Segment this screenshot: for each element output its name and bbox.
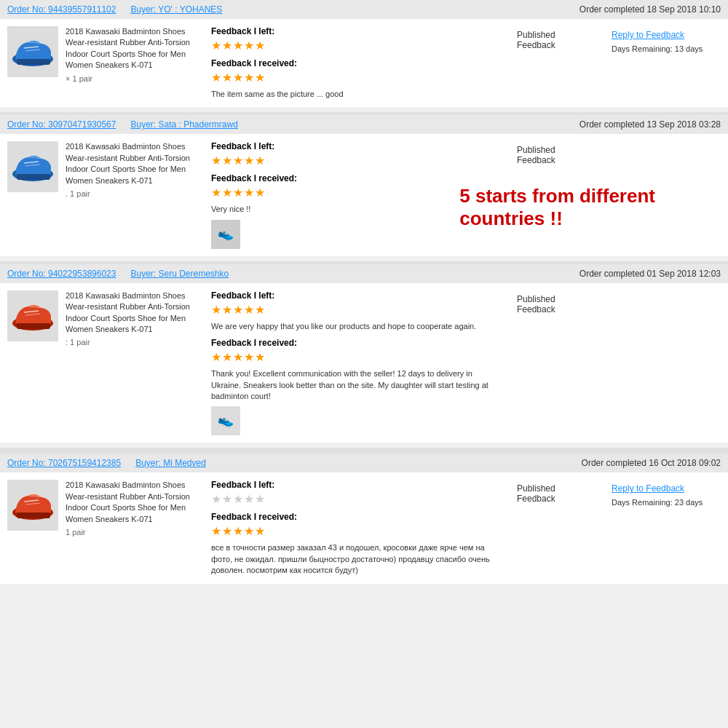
order-no-value[interactable]: 94439557911102 [48, 4, 116, 15]
svg-rect-7 [17, 323, 50, 329]
product-info-order1: 2018 Kawasaki Badminton Shoes Wear-resis… [66, 26, 197, 100]
action-section-order2 [612, 141, 721, 248]
order-completed-order3: Order completed 01 Sep 2018 12:03 [579, 269, 721, 279]
svg-rect-11 [17, 513, 50, 518]
status-section-order2: PublishedFeedback [517, 141, 604, 248]
review-image: 👟 [211, 406, 240, 435]
feedback-section-order1: Feedback I left: ★★★★★ Feedback I receiv… [204, 26, 510, 100]
reply-to-feedback-link[interactable]: Reply to Feedback [612, 30, 721, 40]
status-section-order4: PublishedFeedback [517, 480, 604, 576]
order-row-order3: 2018 Kawasaki Badminton Shoes Wear-resis… [0, 283, 728, 444]
order-number-order2: Order No: 30970471930567 [7, 119, 116, 130]
order-no-label: Order No: [7, 4, 48, 15]
stars-received: ★★★★★ [211, 71, 502, 84]
order-no-label: Order No: [7, 458, 48, 468]
review-image: 👟 [211, 220, 240, 249]
order-no-value[interactable]: 30970471930567 [48, 119, 116, 130]
order-number-order1: Order No: 94439557911102 [7, 4, 116, 15]
feedback-section-order3: Feedback I left: ★★★★★ We are very happy… [204, 290, 510, 436]
buyer-name[interactable]: Mi Medved [163, 458, 206, 468]
status-badge: PublishedFeedback [517, 294, 555, 314]
product-info-order4: 2018 Kawasaki Badminton Shoes Wear-resis… [66, 480, 197, 576]
feedback-received-text: Very nice !! [211, 204, 502, 215]
product-title: 2018 Kawasaki Badminton Shoes Wear-resis… [66, 141, 197, 186]
order-block-order1: Order No: 94439557911102 Buyer: YO' : YO… [0, 0, 728, 108]
buyer-name[interactable]: YO' : YOHANES [158, 4, 222, 15]
order-block-order4: Order No: 702675159412385 Buyer: Mi Medv… [0, 454, 728, 584]
days-remaining: Days Remaining: 13 days [612, 44, 721, 53]
feedback-received-label: Feedback I received: [211, 338, 502, 348]
status-badge: PublishedFeedback [517, 145, 555, 165]
order-row-order2: 2018 Kawasaki Badminton Shoes Wear-resis… [0, 134, 728, 256]
buyer-info-order3: Buyer: Seru Deremeshko [130, 269, 564, 279]
feedback-left-label: Feedback I left: [211, 480, 502, 490]
order-header-order2: Order No: 30970471930567 Buyer: Sata : P… [0, 115, 728, 134]
product-title: 2018 Kawasaki Badminton Shoes Wear-resis… [66, 480, 197, 525]
product-qty: . 1 pair [66, 189, 197, 198]
status-section-order1: PublishedFeedback [517, 26, 604, 100]
order-no-label: Order No: [7, 269, 48, 279]
product-title: 2018 Kawasaki Badminton Shoes Wear-resis… [66, 26, 197, 71]
feedback-left-label: Feedback I left: [211, 141, 502, 151]
order-header-order1: Order No: 94439557911102 Buyer: YO' : YO… [0, 0, 728, 19]
status-badge: PublishedFeedback [517, 483, 555, 504]
stars-received: ★★★★★ [211, 524, 502, 538]
feedback-section-order4: Feedback I left: ★★★★★ Feedback I receiv… [204, 480, 510, 576]
action-section-order4: Reply to Feedback Days Remaining: 23 day… [612, 480, 721, 576]
product-qty: : 1 pair [66, 338, 197, 347]
status-section-order3: PublishedFeedback [517, 290, 604, 436]
feedback-received-label: Feedback I received: [211, 512, 502, 522]
buyer-label: Buyer: [130, 119, 158, 130]
stars-left: ★★★★★ [211, 303, 502, 317]
order-row-order4: 2018 Kawasaki Badminton Shoes Wear-resis… [0, 472, 728, 584]
feedback-received-label: Feedback I received: [211, 58, 502, 68]
order-completed-order2: Order completed 13 Sep 2018 03:28 [579, 119, 721, 130]
feedback-received-text: Thank you! Excellent communication with … [211, 368, 502, 402]
order-header-order4: Order No: 702675159412385 Buyer: Mi Medv… [0, 454, 728, 472]
feedback-left-label: Feedback I left: [211, 290, 502, 301]
status-badge: PublishedFeedback [517, 30, 555, 50]
buyer-label: Buyer: [135, 458, 163, 468]
buyer-info-order4: Buyer: Mi Medved [135, 458, 566, 468]
product-info-order2: 2018 Kawasaki Badminton Shoes Wear-resis… [66, 141, 197, 248]
order-header-order3: Order No: 94022953896023 Buyer: Seru Der… [0, 264, 728, 283]
buyer-info-order2: Buyer: Sata : Phadermrawd [130, 119, 564, 130]
order-number-order4: Order No: 702675159412385 [7, 458, 121, 468]
reply-to-feedback-link[interactable]: Reply to Feedback [612, 483, 721, 494]
buyer-label: Buyer: [130, 269, 158, 279]
stars-received: ★★★★★ [211, 186, 502, 199]
product-image-order4 [7, 480, 58, 531]
svg-text:👟: 👟 [218, 226, 234, 242]
feedback-left-label: Feedback I left: [211, 26, 502, 36]
buyer-label: Buyer: [130, 4, 158, 15]
order-completed-order4: Order completed 16 Oct 2018 09:02 [582, 458, 721, 468]
days-remaining: Days Remaining: 23 days [612, 498, 721, 507]
action-section-order1: Reply to Feedback Days Remaining: 13 day… [612, 26, 721, 100]
stars-left: ★★★★★ [211, 154, 502, 167]
stars-left: ★★★★★ [211, 39, 502, 52]
stars-received: ★★★★★ [211, 350, 502, 364]
product-qty: × 1 pair [66, 74, 197, 83]
order-no-value[interactable]: 702675159412385 [48, 458, 121, 468]
feedback-section-order2: Feedback I left: ★★★★★ Feedback I receiv… [204, 141, 510, 248]
buyer-info-order1: Buyer: YO' : YOHANES [130, 4, 564, 15]
product-info-order3: 2018 Kawasaki Badminton Shoes Wear-resis… [66, 290, 197, 436]
order-number-order3: Order No: 94022953896023 [7, 269, 116, 279]
svg-rect-3 [17, 174, 50, 180]
feedback-left-text: We are very happy that you like our prod… [211, 321, 502, 332]
feedback-received-text: все в точности размер заказал 43 и подош… [211, 542, 502, 576]
order-block-order2: Order No: 30970471930567 Buyer: Sata : P… [0, 115, 728, 256]
product-image-order2 [7, 141, 58, 192]
buyer-name[interactable]: Sata : Phadermrawd [158, 119, 237, 130]
feedback-received-label: Feedback I received: [211, 173, 502, 183]
order-no-value[interactable]: 94022953896023 [48, 269, 116, 279]
product-title: 2018 Kawasaki Badminton Shoes Wear-resis… [66, 290, 197, 336]
buyer-name[interactable]: Seru Deremeshko [158, 269, 229, 279]
product-image-order1 [7, 26, 58, 77]
svg-text:👟: 👟 [218, 412, 234, 428]
svg-rect-1 [17, 59, 50, 65]
product-qty: 1 pair [66, 528, 197, 537]
order-block-order3: Order No: 94022953896023 Buyer: Seru Der… [0, 264, 728, 444]
order-completed-order1: Order completed 18 Sep 2018 10:10 [579, 4, 721, 15]
product-image-order3 [7, 290, 58, 341]
